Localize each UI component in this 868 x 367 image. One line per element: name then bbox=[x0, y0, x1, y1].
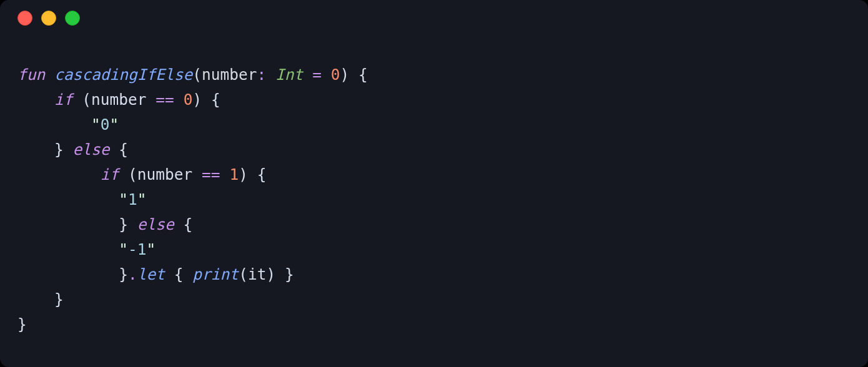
brace-close: } bbox=[285, 265, 294, 283]
brace-open: { bbox=[358, 66, 368, 84]
keyword-else: else bbox=[137, 215, 174, 233]
string-quote: " bbox=[147, 240, 156, 258]
string-zero: 0 bbox=[101, 115, 110, 134]
op-eqeq: == bbox=[155, 91, 174, 109]
dot-operator: . bbox=[128, 265, 137, 283]
string-quote: " bbox=[110, 115, 119, 134]
brace-close: } bbox=[119, 265, 128, 283]
paren-close: ) bbox=[192, 91, 202, 109]
ident-number: number bbox=[91, 91, 147, 109]
brace-open: { bbox=[174, 265, 184, 283]
string-neg-one: -1 bbox=[128, 240, 147, 258]
paren-open: ( bbox=[128, 165, 137, 184]
paren-open: ( bbox=[239, 265, 248, 283]
paren-open: ( bbox=[192, 66, 202, 84]
brace-close: } bbox=[17, 315, 27, 333]
window-titlebar bbox=[0, 0, 89, 36]
brace-close: } bbox=[54, 290, 64, 308]
keyword-fun: fun bbox=[17, 66, 45, 84]
paren-close: ) bbox=[266, 265, 275, 283]
paren-open: ( bbox=[82, 91, 91, 109]
brace-close: } bbox=[119, 215, 128, 233]
brace-open: { bbox=[119, 140, 128, 159]
ident-it: it bbox=[248, 265, 267, 283]
brace-open: { bbox=[211, 91, 220, 109]
default-value: 0 bbox=[331, 66, 340, 84]
brace-open: { bbox=[184, 215, 193, 233]
string-quote: " bbox=[91, 115, 101, 134]
colon: : bbox=[257, 66, 267, 84]
string-one: 1 bbox=[128, 190, 137, 208]
paren-close: ) bbox=[239, 165, 248, 184]
minimize-icon[interactable] bbox=[41, 11, 56, 26]
string-quote: " bbox=[137, 190, 147, 208]
call-print: print bbox=[192, 265, 239, 283]
ident-number: number bbox=[137, 165, 193, 184]
op-assign: = bbox=[312, 66, 322, 84]
keyword-if: if bbox=[101, 165, 119, 184]
param-name: number bbox=[202, 66, 257, 84]
keyword-else: else bbox=[73, 140, 110, 159]
close-icon[interactable] bbox=[17, 11, 32, 26]
code-window: fun cascadingIfElse(number: Int = 0) { i… bbox=[0, 0, 868, 367]
code-block[interactable]: fun cascadingIfElse(number: Int = 0) { i… bbox=[17, 62, 851, 337]
literal-zero: 0 bbox=[184, 91, 193, 109]
function-name: cascadingIfElse bbox=[54, 66, 192, 84]
code-area: fun cascadingIfElse(number: Int = 0) { i… bbox=[17, 62, 851, 337]
op-eqeq: == bbox=[202, 165, 220, 184]
string-quote: " bbox=[119, 190, 128, 208]
zoom-icon[interactable] bbox=[65, 11, 80, 26]
type-int: Int bbox=[275, 66, 303, 84]
brace-open: { bbox=[257, 165, 267, 184]
string-quote: " bbox=[119, 240, 128, 258]
keyword-if: if bbox=[54, 91, 73, 109]
literal-one: 1 bbox=[229, 165, 239, 184]
paren-close: ) bbox=[340, 66, 349, 84]
call-let: let bbox=[137, 265, 165, 283]
brace-close: } bbox=[54, 140, 64, 159]
